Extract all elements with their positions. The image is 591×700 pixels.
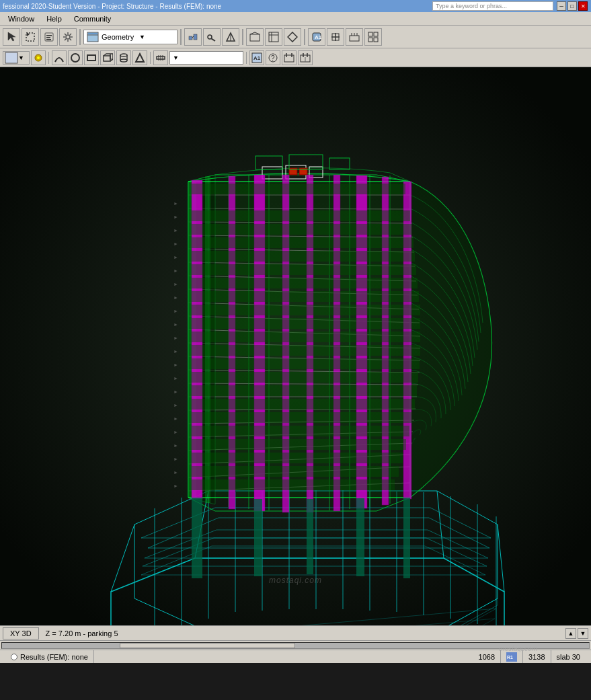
- svg-rect-154: [192, 291, 419, 302]
- svg-line-11: [192, 36, 194, 38]
- svg-text:►: ►: [173, 282, 178, 286]
- tool-btn-14[interactable]: [364, 28, 382, 46]
- building-model: ► ► ► ► ► ► ► ► ► ► ► ► ► ► ► ► ► ► ► ► …: [0, 67, 591, 625]
- tb2-sep-3: [246, 52, 247, 64]
- svg-rect-30: [5, 52, 17, 63]
- tb2-btn-d[interactable]: [298, 50, 313, 65]
- tb2-dropdown-2[interactable]: ▼: [169, 51, 243, 65]
- toolbar-sep-4: [304, 29, 305, 45]
- tool-btn-8[interactable]: [246, 28, 264, 46]
- svg-rect-159: [192, 358, 420, 369]
- svg-text:►: ►: [173, 215, 178, 219]
- svg-text:►: ►: [173, 295, 178, 300]
- svg-rect-10: [194, 34, 197, 40]
- svg-point-33: [71, 54, 79, 62]
- tb2-btn-b[interactable]: ?: [266, 50, 280, 65]
- svg-rect-165: [192, 439, 406, 450]
- tb2-btn-a[interactable]: A1: [249, 50, 264, 65]
- tb2-cyl[interactable]: [116, 50, 131, 65]
- tb2-btn-node[interactable]: [31, 50, 46, 65]
- svg-rect-144: [307, 499, 313, 574]
- svg-rect-22: [350, 36, 359, 41]
- tb2-measure[interactable]: [153, 50, 168, 65]
- geometry-dropdown[interactable]: Geometry ▼: [83, 30, 178, 44]
- svg-rect-157: [192, 332, 420, 342]
- tool-btn-13[interactable]: [346, 28, 363, 46]
- tool-btn-10[interactable]: [284, 28, 301, 46]
- svg-text:►: ►: [173, 309, 178, 313]
- svg-rect-155: [192, 305, 420, 315]
- tool-btn-1[interactable]: [3, 28, 20, 46]
- svg-point-5: [66, 35, 70, 39]
- tb2-circle[interactable]: [68, 50, 83, 65]
- svg-rect-142: [192, 498, 202, 578]
- hscroll-thumb[interactable]: [120, 643, 296, 648]
- view-info: Z = 7.20 m - parking 5: [40, 628, 124, 639]
- menu-bar: Window Help Community: [0, 12, 591, 26]
- tool-btn-11[interactable]: A1: [308, 28, 325, 46]
- tool-btn-9[interactable]: [265, 28, 282, 46]
- status-results: Results (FEM): none: [5, 650, 94, 663]
- svg-rect-158: [192, 345, 420, 356]
- svg-rect-26: [368, 32, 372, 36]
- tb2-rect[interactable]: [84, 50, 99, 65]
- svg-rect-151: [192, 251, 415, 262]
- toolbar-1: Geometry ▼ A1: [0, 26, 591, 48]
- maximize-button[interactable]: □: [567, 1, 577, 11]
- svg-rect-50: [284, 55, 294, 62]
- svg-rect-148: [192, 210, 410, 221]
- tool-btn-5[interactable]: [184, 28, 202, 46]
- tool-btn-6[interactable]: [203, 28, 221, 46]
- svg-text:►: ►: [173, 483, 178, 488]
- menu-help[interactable]: Help: [41, 13, 67, 24]
- svg-text:A1: A1: [253, 55, 261, 61]
- tool-btn-3[interactable]: [40, 28, 58, 46]
- svg-text:►: ►: [173, 255, 178, 260]
- svg-text:►: ►: [173, 443, 178, 448]
- svg-text:►: ►: [173, 430, 178, 434]
- view-tab-xy3d[interactable]: XY 3D: [3, 627, 39, 639]
- slab-label: slab 30: [557, 653, 580, 661]
- svg-rect-9: [189, 36, 192, 40]
- scroll-up-btn[interactable]: ▲: [565, 628, 576, 639]
- svg-rect-152: [192, 264, 416, 275]
- watermark-scroll: mostaqi.com: [499, 645, 537, 652]
- scroll-down-btn[interactable]: ▼: [578, 628, 588, 639]
- tb2-dropdown-area[interactable]: ▼: [3, 51, 30, 65]
- statusbar-container: XY 3D Z = 7.20 m - parking 5 ▲ ▼ mostaqi…: [0, 625, 591, 663]
- close-button[interactable]: ✕: [578, 1, 588, 11]
- tb2-arc[interactable]: [52, 50, 67, 65]
- minimize-button[interactable]: ─: [557, 1, 566, 11]
- tb2-sep-2: [150, 52, 151, 64]
- svg-rect-15: [250, 34, 260, 41]
- svg-text:►: ►: [173, 389, 178, 394]
- coord2-value: 3138: [528, 653, 545, 661]
- watermark: mostaqi.com: [269, 576, 322, 585]
- svg-rect-167: [192, 466, 399, 477]
- tb2-btn-c[interactable]: [282, 50, 297, 65]
- svg-point-41: [120, 59, 127, 62]
- results-label: Results (FEM): none: [20, 653, 88, 661]
- svg-rect-161: [192, 385, 417, 396]
- menu-community[interactable]: Community: [69, 13, 117, 24]
- svg-text:R1: R1: [507, 655, 513, 660]
- tool-btn-2[interactable]: [22, 28, 39, 46]
- svg-rect-35: [104, 56, 110, 61]
- tool-btn-7[interactable]: [222, 28, 239, 46]
- svg-text:?: ?: [271, 54, 275, 62]
- svg-rect-29: [374, 38, 378, 42]
- svg-rect-146: [403, 498, 410, 578]
- menu-window[interactable]: Window: [3, 13, 40, 24]
- svg-rect-145: [356, 498, 364, 576]
- svg-point-38: [120, 54, 127, 56]
- tb2-tri[interactable]: [132, 50, 147, 65]
- tb2-3d-box[interactable]: [100, 50, 115, 65]
- toolbar-sep-1: [79, 29, 81, 45]
- svg-text:►: ►: [173, 470, 178, 475]
- tool-btn-4[interactable]: [59, 28, 77, 46]
- tool-btn-12[interactable]: [327, 28, 344, 46]
- svg-text:►: ►: [173, 336, 178, 340]
- hscrollbar[interactable]: mostaqi.com: [0, 640, 591, 650]
- viewport[interactable]: ► ► ► ► ► ► ► ► ► ► ► ► ► ► ► ► ► ► ► ► …: [0, 67, 591, 625]
- coord1-value: 1068: [479, 653, 495, 661]
